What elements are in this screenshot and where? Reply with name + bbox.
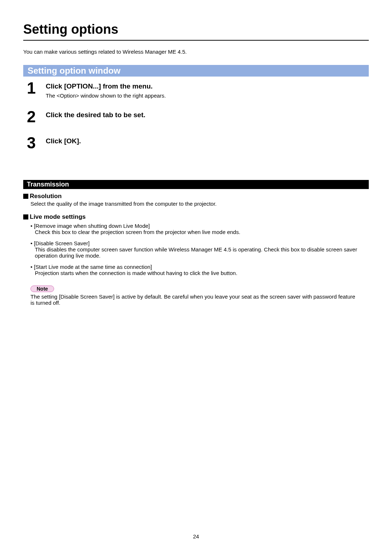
step-body: Click [OK]. [46, 135, 81, 147]
step-heading: Click the desired tab to be set. [46, 111, 146, 119]
bullet-body: Projection starts when the connection is… [35, 270, 369, 276]
step-number: 3 [27, 135, 39, 151]
step-number: 1 [27, 80, 39, 96]
step-number: 2 [27, 109, 39, 125]
note-text: The setting [Disable Screen Saver] is ac… [30, 294, 357, 306]
step-desc: The <Option> window shown to the right a… [46, 93, 166, 99]
step-heading: Click [OPTION...] from the menu. [46, 82, 166, 90]
note-block: Note The setting [Disable Screen Saver] … [23, 283, 369, 306]
square-bullet-icon [23, 214, 28, 219]
subsection-title-text: Live mode settings [30, 213, 86, 221]
section-header-setting-option-window: Setting option window [23, 65, 369, 77]
page-title: Setting options [23, 22, 369, 41]
subsection-title: Resolution [23, 193, 369, 200]
subsection-resolution: Resolution Select the quality of the ima… [23, 193, 369, 207]
subsection-live-mode: Live mode settings [Remove image when sh… [23, 213, 369, 276]
step-3: 3 Click [OK]. [27, 135, 369, 151]
list-item: [Remove image when shutting down Live Mo… [30, 223, 369, 235]
bullet-list: [Remove image when shutting down Live Mo… [30, 223, 369, 276]
subsection-desc: Select the quality of the image transmit… [30, 201, 369, 207]
step-body: Click the desired tab to be set. [46, 109, 146, 121]
page-number: 24 [0, 533, 392, 539]
subsection-title-text: Resolution [30, 193, 62, 200]
document-page: Setting options You can make various set… [0, 0, 392, 554]
intro-text: You can make various settings related to… [23, 49, 369, 55]
step-1: 1 Click [OPTION...] from the menu. The <… [27, 80, 369, 99]
bullet-body: This disables the computer screen saver … [35, 246, 369, 259]
bullet-label: [Start Live mode at the same time as con… [30, 264, 152, 270]
step-2: 2 Click the desired tab to be set. [27, 109, 369, 125]
step-body: Click [OPTION...] from the menu. The <Op… [46, 80, 166, 99]
bullet-body: Check this box to clear the projection s… [35, 229, 369, 235]
bullet-label: [Remove image when shutting down Live Mo… [30, 223, 150, 229]
step-heading: Click [OK]. [46, 137, 81, 145]
bullet-label: [Disable Screen Saver] [30, 240, 90, 246]
list-item: [Disable Screen Saver] This disables the… [30, 240, 369, 259]
list-item: [Start Live mode at the same time as con… [30, 264, 369, 276]
note-badge: Note [30, 286, 54, 292]
square-bullet-icon [23, 194, 28, 199]
subsection-title: Live mode settings [23, 213, 369, 221]
section-header-transmission: Transmission [23, 180, 369, 189]
